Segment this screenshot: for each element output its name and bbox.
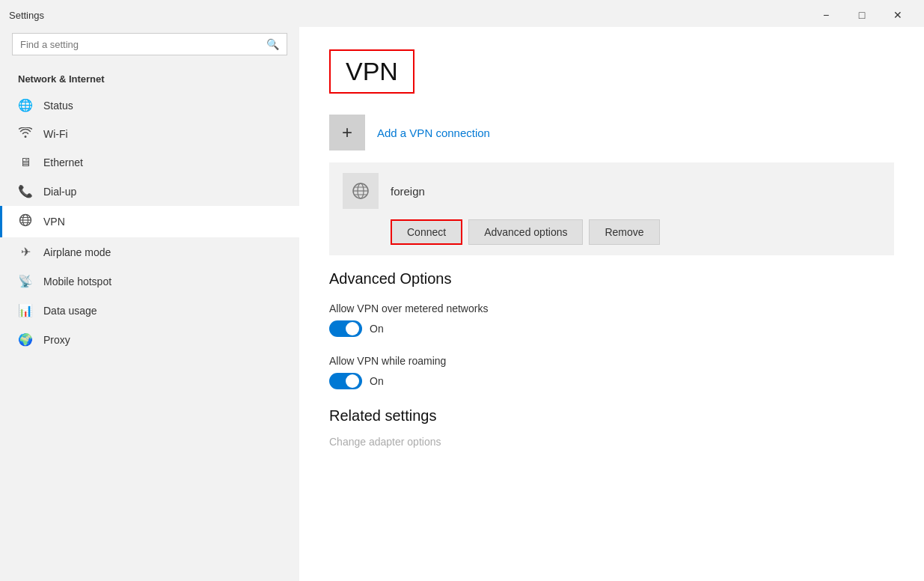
- page-title: VPN: [346, 57, 398, 85]
- vpn-connection-icon: [343, 173, 379, 209]
- add-vpn-icon-box: +: [329, 115, 365, 150]
- sidebar-item-datausage[interactable]: 📊 Data usage: [0, 296, 299, 325]
- window-controls: − □ ✕: [809, 4, 915, 25]
- app-body: 🔍 Network & Internet 🌐 Status Wi-Fi 🖥 Et…: [0, 27, 924, 581]
- search-box[interactable]: 🔍: [12, 33, 287, 55]
- advanced-options-button[interactable]: Advanced options: [468, 219, 583, 245]
- vpn-connection-top: foreign: [343, 173, 881, 209]
- toggle-roaming-switch[interactable]: [329, 373, 362, 389]
- sidebar-item-label-dialup: Dial-up: [43, 186, 76, 198]
- sidebar-item-label-ethernet: Ethernet: [43, 156, 83, 168]
- proxy-icon: 🌍: [18, 332, 33, 347]
- sidebar-item-label-hotspot: Mobile hotspot: [43, 276, 111, 288]
- vpn-connection-card: foreign Connect Advanced options Remove: [329, 162, 894, 255]
- toggle-metered-state: On: [370, 323, 384, 335]
- search-icon: 🔍: [266, 38, 279, 50]
- toggle-roaming-group: Allow VPN while roaming On: [329, 355, 894, 389]
- ethernet-icon: 🖥: [18, 156, 33, 169]
- change-adapter-link[interactable]: Change adapter options: [329, 436, 441, 448]
- vpn-title-box: VPN: [329, 49, 414, 94]
- plus-icon: +: [342, 122, 352, 143]
- toggle-metered-group: Allow VPN over metered networks On: [329, 302, 894, 337]
- sidebar-item-proxy[interactable]: 🌍 Proxy: [0, 325, 299, 354]
- toggle-roaming-state: On: [370, 375, 384, 387]
- sidebar-item-label-wifi: Wi-Fi: [43, 128, 68, 140]
- airplane-icon: ✈: [18, 245, 33, 259]
- sidebar-item-dialup[interactable]: 📞 Dial-up: [0, 177, 299, 206]
- toggle-roaming-row: On: [329, 373, 894, 389]
- datausage-icon: 📊: [18, 303, 33, 317]
- sidebar-item-status[interactable]: 🌐 Status: [0, 91, 299, 120]
- wifi-icon: [18, 127, 33, 141]
- content-area: VPN + Add a VPN connection: [299, 27, 924, 581]
- title-bar: Settings − □ ✕: [0, 0, 924, 27]
- sidebar-item-label-proxy: Proxy: [43, 334, 70, 346]
- related-settings-section: Related settings Change adapter options: [329, 407, 894, 448]
- sidebar-item-vpn[interactable]: VPN: [0, 206, 299, 237]
- minimize-button[interactable]: −: [809, 4, 843, 25]
- sidebar-item-hotspot[interactable]: 📡 Mobile hotspot: [0, 267, 299, 296]
- search-input[interactable]: [20, 39, 266, 50]
- close-button[interactable]: ✕: [881, 4, 915, 25]
- hotspot-icon: 📡: [18, 274, 33, 288]
- app-title: Settings: [9, 10, 44, 21]
- toggle-metered-row: On: [329, 320, 894, 337]
- related-settings-heading: Related settings: [329, 407, 894, 425]
- dialup-icon: 📞: [18, 184, 33, 198]
- sidebar-item-ethernet[interactable]: 🖥 Ethernet: [0, 148, 299, 177]
- sidebar-item-label-vpn: VPN: [43, 216, 65, 228]
- vpn-nav-icon: [18, 213, 33, 230]
- connect-button[interactable]: Connect: [391, 219, 462, 245]
- toggle-roaming-label: Allow VPN while roaming: [329, 355, 894, 367]
- maximize-button[interactable]: □: [845, 4, 879, 25]
- advanced-options-heading: Advanced Options: [329, 270, 894, 288]
- sidebar-item-label-airplane: Airplane mode: [43, 246, 111, 258]
- remove-button[interactable]: Remove: [589, 219, 659, 245]
- toggle-metered-switch[interactable]: [329, 320, 362, 337]
- advanced-options-section: Advanced Options Allow VPN over metered …: [329, 270, 894, 389]
- sidebar-item-airplane[interactable]: ✈ Airplane mode: [0, 237, 299, 267]
- status-icon: 🌐: [18, 98, 33, 112]
- sidebar-item-label-status: Status: [43, 100, 73, 112]
- sidebar: 🔍 Network & Internet 🌐 Status Wi-Fi 🖥 Et…: [0, 27, 299, 581]
- vpn-connection-name: foreign: [391, 185, 425, 198]
- vpn-actions: Connect Advanced options Remove: [343, 219, 881, 245]
- add-vpn-label[interactable]: Add a VPN connection: [377, 127, 490, 139]
- toggle-metered-label: Allow VPN over metered networks: [329, 302, 894, 314]
- sidebar-item-label-datausage: Data usage: [43, 305, 97, 317]
- add-vpn-row[interactable]: + Add a VPN connection: [329, 115, 894, 150]
- sidebar-item-wifi[interactable]: Wi-Fi: [0, 120, 299, 148]
- sidebar-section-label: Network & Internet: [0, 67, 299, 91]
